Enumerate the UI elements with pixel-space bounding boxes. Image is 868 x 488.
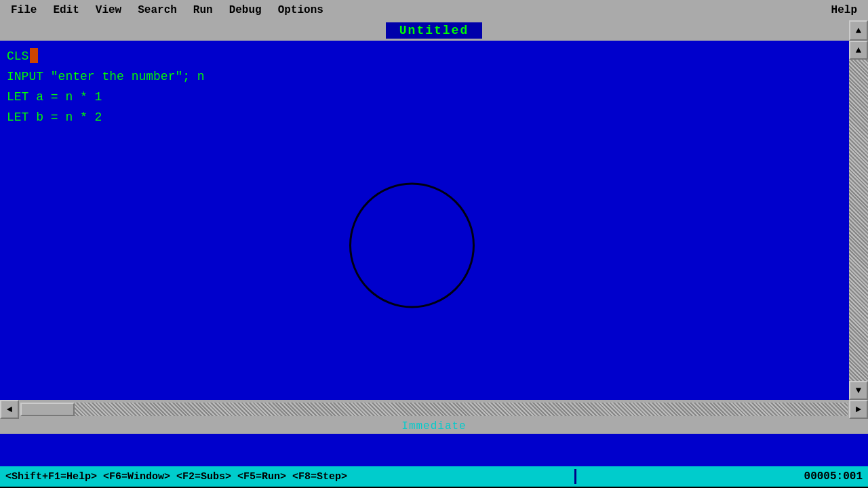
- editor-container: CLS INPUT "enter the number"; n LET a = …: [0, 41, 868, 400]
- hscroll-left-button[interactable]: ◄: [0, 400, 19, 419]
- menu-edit[interactable]: Edit: [45, 1, 87, 19]
- code-line-2: INPUT "enter the number"; n: [7, 66, 842, 87]
- circle-shape: [349, 183, 475, 308]
- status-keys: <Shift+F1=Help> <F6=Window> <F2=Subs> <F…: [5, 471, 347, 483]
- window-title: Untitled: [386, 22, 482, 39]
- vertical-scrollbar: ▲ ▼: [849, 41, 868, 400]
- statusbar: <Shift+F1=Help> <F6=Window> <F2=Subs> <F…: [0, 466, 868, 487]
- scroll-track[interactable]: [849, 60, 868, 381]
- horizontal-scrollbar: ◄ ►: [0, 400, 868, 419]
- cursor: [30, 48, 38, 63]
- immediate-label: Immediate: [401, 420, 466, 432]
- hscroll-thumb[interactable]: [20, 403, 75, 416]
- menu-file[interactable]: File: [3, 1, 45, 19]
- hscroll-track[interactable]: [20, 403, 848, 416]
- menu-help[interactable]: Help: [823, 1, 865, 19]
- code-line-3: LET a = n * 1: [7, 87, 842, 107]
- immediate-titlebar: Immediate: [0, 419, 868, 434]
- status-position: 00005:001: [804, 470, 863, 483]
- editor-area[interactable]: CLS INPUT "enter the number"; n LET a = …: [0, 41, 849, 400]
- menubar: File Edit View Search Run Debug Options …: [0, 0, 868, 20]
- hscroll-right-button[interactable]: ►: [849, 400, 868, 419]
- immediate-area[interactable]: [0, 434, 868, 466]
- scroll-down-button[interactable]: ▼: [849, 381, 868, 400]
- menu-run[interactable]: Run: [185, 1, 221, 19]
- status-divider: [574, 469, 576, 484]
- menu-options[interactable]: Options: [270, 1, 332, 19]
- window-scroll-up-icon[interactable]: ▲: [849, 20, 868, 41]
- titlebar: Untitled ▲: [0, 20, 868, 41]
- code-line-4: LET b = n * 2: [7, 107, 842, 127]
- scroll-up-button[interactable]: ▲: [849, 41, 868, 60]
- menu-search[interactable]: Search: [130, 1, 185, 19]
- code-line-1: CLS: [7, 46, 842, 66]
- menu-debug[interactable]: Debug: [221, 1, 270, 19]
- menu-view[interactable]: View: [87, 1, 130, 19]
